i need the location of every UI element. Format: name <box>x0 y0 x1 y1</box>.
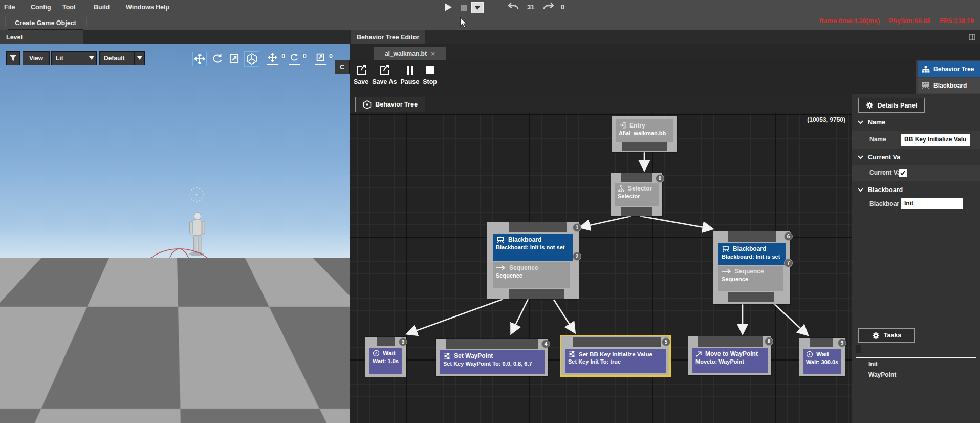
play-options-dropdown[interactable] <box>471 2 484 13</box>
section-header-blackboard[interactable]: Blackboard <box>858 186 903 194</box>
blackboard-key-label: Blackboar <box>869 200 899 207</box>
tab-label: Blackboard <box>933 82 967 89</box>
details-panel-label: Details Panel <box>878 102 918 109</box>
input-connector[interactable] <box>573 337 661 347</box>
move-to-arrow-icon <box>695 351 702 357</box>
scale-tool-button[interactable] <box>228 53 239 64</box>
scale-snap-value[interactable]: 0 <box>329 53 333 60</box>
node-entry[interactable]: Entry AI\ai_walkman.bb <box>612 116 677 152</box>
input-connector[interactable] <box>377 337 395 346</box>
input-connector[interactable] <box>446 339 538 349</box>
move-snap-value[interactable]: 0 <box>281 53 285 60</box>
section-header-current-value[interactable]: Current Va <box>858 154 900 161</box>
details-panel-button[interactable]: Details Panel <box>858 98 925 113</box>
stop-icon[interactable] <box>461 5 467 11</box>
stop-icon <box>425 66 434 75</box>
menu-tool[interactable]: Tool <box>62 4 75 11</box>
task-item-init[interactable]: Init <box>868 361 878 368</box>
input-connector[interactable] <box>698 336 763 347</box>
menu-windows[interactable]: Windows <box>126 4 154 11</box>
node-move-to-waypoint[interactable]: 8 Move to WayPoint Moveto: WayPoint <box>688 336 771 375</box>
node-selector[interactable]: 0 Selector Selector <box>611 173 662 216</box>
node-subtitle: Selector <box>615 193 659 201</box>
checkbox-checked-icon <box>900 170 906 176</box>
stop-button[interactable]: Stop <box>423 64 437 86</box>
current-value-checkbox[interactable] <box>899 169 907 177</box>
node-set-bb-key-initialize-value[interactable]: 5 Set BB Key Initialize Value Set Key In… <box>561 336 669 375</box>
output-connector[interactable] <box>509 289 564 299</box>
output-connector[interactable] <box>728 292 774 302</box>
section-header-name[interactable]: Name <box>858 119 885 126</box>
node-sequence-left[interactable]: 1 Blackboard Blackboard: Init is not set… <box>487 222 579 299</box>
rotate-snap-value[interactable]: 0 <box>303 53 307 60</box>
toolbar-grip[interactable] <box>85 17 87 27</box>
menu-help[interactable]: Help <box>156 4 169 11</box>
input-connector[interactable] <box>509 222 567 232</box>
toolbar-grip[interactable] <box>4 17 6 27</box>
render-mode-select[interactable]: Lit <box>51 51 86 65</box>
close-icon[interactable]: × <box>431 50 435 58</box>
blackboard-key-input[interactable]: Init <box>901 198 963 209</box>
selector-icon <box>618 185 625 192</box>
tasks-button[interactable]: Tasks <box>858 328 915 343</box>
rotate-tool-button[interactable] <box>212 53 223 64</box>
chevron-down-icon <box>475 6 480 10</box>
node-wait-short[interactable]: 3 Wait Wait: 1.0s <box>365 337 406 377</box>
scale-snap-button[interactable] <box>315 52 326 65</box>
chevron-down-icon <box>858 155 863 159</box>
redo-icon[interactable] <box>542 2 555 11</box>
pause-button[interactable]: Pause <box>400 64 419 86</box>
transform-space-button[interactable] <box>244 51 259 67</box>
move-tool-button[interactable] <box>192 52 207 66</box>
menu-file[interactable]: File <box>4 4 15 11</box>
undo-icon[interactable] <box>507 2 519 11</box>
save-as-button[interactable]: Save As <box>372 64 397 86</box>
node-order-badge: 3 <box>399 337 407 346</box>
level-tab[interactable]: Level <box>0 30 83 44</box>
output-connector[interactable] <box>621 207 652 216</box>
save-button[interactable]: Save <box>354 64 368 86</box>
filter-button[interactable] <box>6 51 20 65</box>
chevron-down-icon <box>137 56 142 60</box>
blackboard-chart-icon <box>921 81 930 89</box>
graph-canvas[interactable]: Behavior Tree (10053, 9750) <box>350 94 852 423</box>
view-button[interactable]: View <box>23 51 50 65</box>
menu-config[interactable]: Config <box>31 4 51 11</box>
node-subtitle: Wait: 300.0s <box>803 358 841 367</box>
name-input[interactable]: BB Key Initialize Valu <box>901 134 970 146</box>
node-order-badge: 6 <box>784 232 793 241</box>
rotate-snap-button[interactable] <box>289 52 300 65</box>
bt-editor-tab[interactable]: Behavior Tree Editor <box>351 30 425 44</box>
move-snap-button[interactable] <box>267 52 278 65</box>
save-as-label: Save As <box>372 78 397 86</box>
dock-icon[interactable] <box>969 34 975 40</box>
play-icon[interactable] <box>445 3 452 11</box>
input-connector[interactable] <box>728 231 776 242</box>
decorator-badge: 2 <box>573 252 581 261</box>
behavior-tree-editor-panel: Behavior Tree Editor ai_walkman.bt × Sav… <box>350 30 980 423</box>
output-connector[interactable] <box>622 142 667 151</box>
input-connector[interactable] <box>621 173 652 182</box>
tab-blackboard[interactable]: Blackboard <box>918 78 980 93</box>
viewport-3d[interactable]: View Lit Default <box>0 44 350 423</box>
tab-behavior-tree[interactable]: Behavior Tree <box>918 61 980 77</box>
render-mode-dropdown-arrow[interactable] <box>86 51 97 65</box>
task-item-waypoint[interactable]: WayPoint <box>868 371 896 378</box>
node-title: Wait <box>816 351 829 358</box>
document-tab-ai-walkman[interactable]: ai_walkman.bt × <box>374 47 446 60</box>
tasks-filter-input[interactable] <box>856 345 861 353</box>
menu-build[interactable]: Build <box>94 4 110 11</box>
camera-dropdown-arrow[interactable] <box>134 51 145 65</box>
section-header-label: Name <box>868 119 885 126</box>
details-sidebar: Details Panel Name Name BB Key Initializ… <box>852 94 980 423</box>
node-sequence-right[interactable]: 6 Blackboard Blackboard: Init is set 7 <box>713 231 790 304</box>
node-wait-long[interactable]: 9 Wait Wait: 300.0s <box>799 338 845 376</box>
performance-stats: frame time:4.20(ms) PhySim:66.88 FPS:238… <box>819 17 974 25</box>
clipped-toolbar-button[interactable]: C <box>335 60 350 74</box>
node-title: Selector <box>628 185 652 192</box>
input-connector[interactable] <box>810 338 833 347</box>
camera-select[interactable]: Default <box>99 51 135 65</box>
node-set-waypoint[interactable]: 4 Set WayPoint Set Key WayPoint To: 0.0,… <box>436 339 548 376</box>
decorator-badge: 7 <box>784 259 793 267</box>
create-game-object-button[interactable]: Create Game Object <box>8 16 83 30</box>
